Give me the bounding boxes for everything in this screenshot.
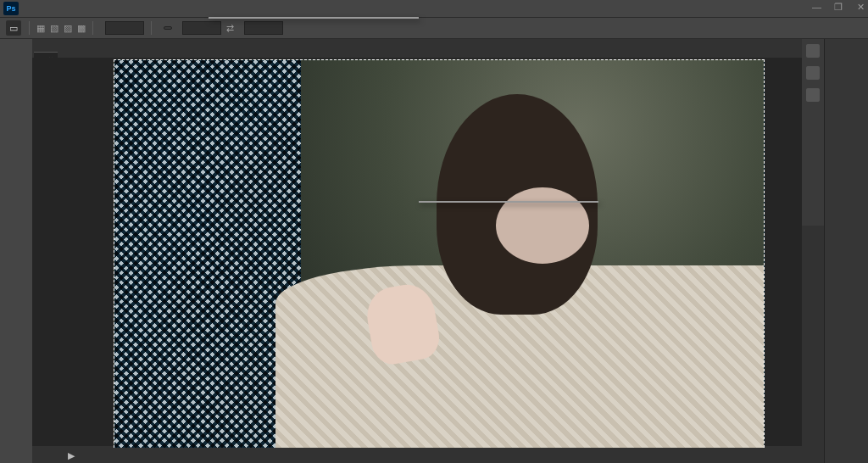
collapsed-panel-strip bbox=[802, 39, 824, 226]
layers-icon[interactable] bbox=[806, 88, 820, 102]
blur-submenu bbox=[419, 201, 598, 203]
canvas[interactable] bbox=[114, 59, 765, 456]
tool-palette bbox=[0, 39, 32, 463]
work-area bbox=[32, 58, 802, 446]
properties-icon[interactable] bbox=[806, 66, 820, 80]
width-input bbox=[182, 21, 221, 35]
history-icon[interactable] bbox=[806, 44, 820, 58]
marquee-mode-int-icon[interactable]: ▩ bbox=[77, 23, 86, 34]
options-bar: ▭ ▦ ▧ ▨ ▩ ⇄ bbox=[0, 17, 868, 39]
marquee-mode-add-icon[interactable]: ▧ bbox=[50, 23, 58, 34]
feather-input[interactable] bbox=[105, 21, 144, 35]
minimize-icon[interactable]: — bbox=[812, 2, 821, 13]
style-select[interactable] bbox=[164, 26, 172, 30]
photoshop-logo: Ps bbox=[3, 2, 19, 15]
maximize-icon[interactable]: ❐ bbox=[834, 2, 843, 13]
document-tab[interactable]: × bbox=[34, 52, 58, 58]
height-input bbox=[244, 21, 283, 35]
close-icon[interactable]: ✕ bbox=[856, 2, 865, 13]
menu-bar: Ps — ❐ ✕ bbox=[0, 0, 868, 17]
marquee-mode-sub-icon[interactable]: ▨ bbox=[64, 23, 72, 34]
filter-menu bbox=[209, 17, 419, 19]
status-bar: ▶ bbox=[32, 448, 802, 463]
right-panel bbox=[824, 39, 868, 463]
marquee-mode-new-icon[interactable]: ▦ bbox=[36, 23, 45, 34]
window-controls: — ❐ ✕ bbox=[812, 2, 865, 13]
document-tabs: × bbox=[0, 39, 868, 58]
marquee-tool-icon[interactable]: ▭ bbox=[6, 20, 21, 36]
